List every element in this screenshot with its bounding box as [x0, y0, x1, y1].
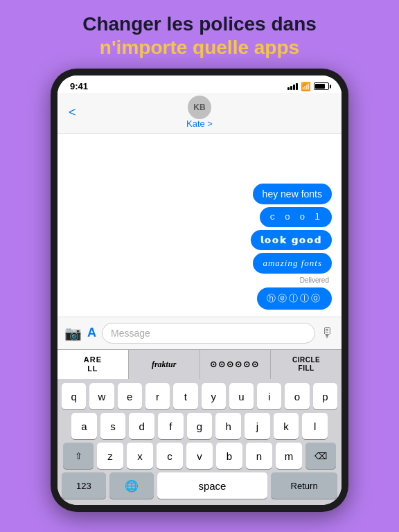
font-option-circles[interactable]: ⊙⊙⊙⊙⊙⊙ — [200, 350, 272, 379]
key-k[interactable]: k — [274, 413, 299, 439]
key-u[interactable]: u — [229, 383, 254, 409]
font-bold-label: ARELL — [84, 355, 102, 373]
message-placeholder: Message — [111, 328, 150, 339]
signal-icon — [287, 83, 298, 90]
key-e[interactable]: e — [118, 383, 142, 409]
font-circle-fill-label: CIRCLEFILL — [292, 356, 320, 373]
key-q[interactable]: q — [62, 383, 86, 409]
page-title: Changer les polices dans n'importe quell… — [82, 12, 317, 59]
keyboard-row-1: q w e r t y u i o p — [62, 383, 337, 409]
font-circles-label: ⊙⊙⊙⊙⊙⊙ — [210, 360, 260, 369]
key-x[interactable]: x — [127, 443, 153, 469]
return-key[interactable]: Return — [271, 472, 337, 499]
status-icons: 📶 — [287, 82, 329, 91]
keyboard-row-2: a s d f g h j k l — [62, 413, 337, 439]
message-row-1: hey new fonts — [67, 184, 332, 204]
key-r[interactable]: r — [145, 383, 170, 409]
font-option-fractur[interactable]: fraktur — [129, 350, 200, 379]
bubble-5: ⓗⓔⓛⓛⓞ — [257, 287, 332, 310]
space-key[interactable]: space — [157, 472, 268, 499]
avatar: KB — [188, 96, 211, 119]
message-row-5: ⓗⓔⓛⓛⓞ — [67, 287, 332, 310]
message-row-2: c o o l — [67, 207, 332, 227]
font-fractur-label: fraktur — [152, 360, 176, 370]
back-button[interactable]: < — [69, 105, 76, 120]
battery-icon — [314, 82, 329, 90]
font-option-circle-fill[interactable]: CIRCLEFILL — [271, 350, 342, 379]
globe-key[interactable]: 🌐 — [109, 472, 154, 499]
key-w[interactable]: w — [89, 383, 114, 409]
delete-key[interactable]: ⌫ — [305, 443, 336, 469]
key-n[interactable]: n — [246, 443, 272, 469]
key-c[interactable]: c — [157, 443, 183, 469]
message-row-4: amazing fonts — [67, 253, 332, 274]
key-i[interactable]: i — [257, 383, 281, 409]
ipad-screen: 9:41 📶 < KB Kate > — [57, 76, 342, 505]
bubble-1: hey new fonts — [253, 184, 332, 204]
key-o[interactable]: o — [285, 383, 309, 409]
title-line1: Changer les polices dans — [82, 12, 317, 36]
nav-bar: < KB Kate > — [57, 93, 342, 134]
key-h[interactable]: h — [215, 413, 241, 439]
mic-button[interactable]: 🎙 — [321, 325, 335, 341]
key-a[interactable]: a — [71, 413, 97, 439]
num-key[interactable]: 123 — [62, 472, 106, 499]
bubble-3: 𝗹𝗼𝗼𝗸 𝗴𝗼𝗼𝗱 — [251, 230, 332, 250]
key-d[interactable]: d — [129, 413, 154, 439]
key-v[interactable]: v — [186, 443, 213, 469]
key-b[interactable]: b — [216, 443, 242, 469]
keyboard: q w e r t y u i o p a s d f g h j k — [57, 379, 342, 505]
font-option-bold[interactable]: ARELL — [57, 350, 129, 379]
key-z[interactable]: z — [97, 443, 123, 469]
nav-center: KB Kate > — [186, 96, 213, 129]
keyboard-row-4: 123 🌐 space Return — [62, 472, 337, 499]
wifi-icon: 📶 — [301, 82, 311, 91]
message-input[interactable]: Message — [102, 323, 315, 344]
input-bar: 📷 A Message 🎙 — [57, 317, 342, 349]
key-s[interactable]: s — [100, 413, 126, 439]
key-f[interactable]: f — [158, 413, 184, 439]
messages-area: hey new fonts c o o l 𝗹𝗼𝗼𝗸 𝗴𝗼𝗼𝗱 amazing … — [57, 134, 342, 316]
key-y[interactable]: y — [202, 383, 226, 409]
key-l[interactable]: l — [302, 413, 328, 439]
key-m[interactable]: m — [276, 443, 302, 469]
camera-button[interactable]: 📷 — [64, 325, 82, 342]
contact-name[interactable]: Kate > — [186, 119, 213, 129]
ipad-frame: 9:41 📶 < KB Kate > — [51, 69, 348, 512]
bubble-2: c o o l — [260, 207, 332, 227]
shift-key[interactable]: ⇧ — [63, 443, 94, 469]
bubble-4: amazing fonts — [253, 253, 332, 274]
status-time: 9:41 — [70, 81, 88, 91]
key-g[interactable]: g — [187, 413, 213, 439]
key-j[interactable]: j — [245, 413, 270, 439]
title-line2: n'importe quelle apps — [82, 36, 317, 60]
key-t[interactable]: t — [173, 383, 197, 409]
status-bar: 9:41 📶 — [57, 76, 342, 93]
key-p[interactable]: p — [313, 383, 337, 409]
keyboard-row-3: ⇧ z x c v b n m ⌫ — [62, 443, 337, 469]
delivered-label: Delivered — [67, 276, 329, 284]
message-row-3: 𝗹𝗼𝗼𝗸 𝗴𝗼𝗼𝗱 — [67, 230, 332, 250]
apps-button[interactable]: A — [87, 326, 96, 340]
font-selector-row: ARELL fraktur ⊙⊙⊙⊙⊙⊙ CIRCLEFILL — [57, 349, 342, 379]
